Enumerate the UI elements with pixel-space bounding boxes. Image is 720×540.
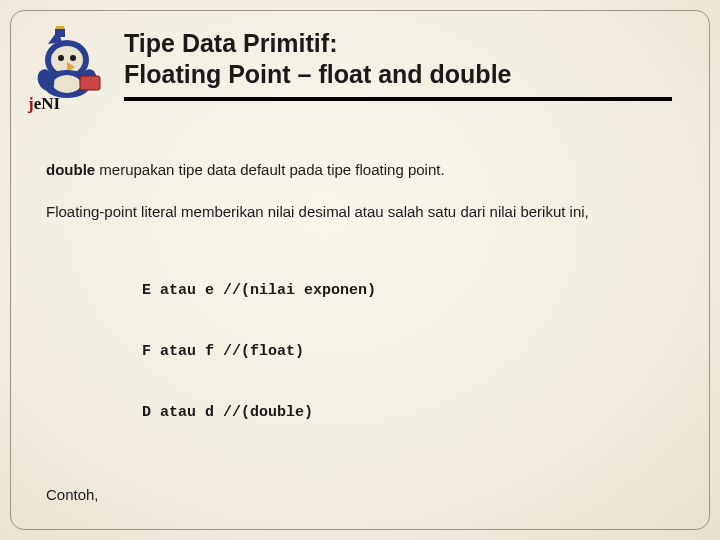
paragraph-1: double merupakan tipe data default pada …: [46, 160, 680, 180]
keyword-double: double: [46, 161, 95, 178]
svg-point-8: [53, 75, 81, 93]
suffix-item: E atau e //(nilai exponen): [142, 281, 680, 301]
svg-rect-5: [55, 29, 65, 37]
svg-point-2: [58, 55, 64, 61]
suffix-item: D atau d //(double): [142, 403, 680, 423]
slide-title: Tipe Data Primitif: Floating Point – flo…: [124, 28, 680, 101]
example-list: 3.14 //Sebuah floating-point (double) 6.…: [46, 508, 680, 541]
paragraph-1-rest: merupakan tipe data default pada tipe fl…: [95, 161, 444, 178]
svg-marker-6: [55, 26, 65, 29]
svg-rect-11: [80, 76, 100, 90]
svg-point-3: [70, 55, 76, 61]
slide-content: double merupakan tipe data default pada …: [46, 160, 680, 540]
suffix-item: F atau f //(float): [142, 342, 680, 362]
paragraph-2: Floating-point literal memberikan nilai …: [46, 202, 680, 222]
title-line-1: Tipe Data Primitif:: [124, 28, 680, 59]
title-line-2: Floating Point – float and double: [124, 59, 680, 90]
jeni-logo: jeNI: [22, 26, 112, 116]
svg-text:jeNI: jeNI: [27, 94, 60, 113]
title-underline: [124, 97, 672, 101]
example-label: Contoh,: [46, 485, 680, 505]
suffix-list: E atau e //(nilai exponen) F atau f //(f…: [142, 241, 680, 464]
